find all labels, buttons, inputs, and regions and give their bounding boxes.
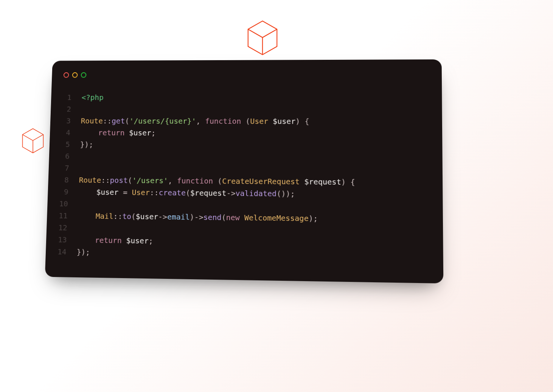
code-line: }); — [80, 138, 355, 152]
cube-icon — [20, 127, 45, 154]
code-content: <?php Route::get('/users/{user}', functi… — [66, 91, 355, 262]
token-punc — [240, 213, 244, 222]
line-number: 8 — [64, 174, 69, 186]
code-line — [81, 103, 355, 115]
token-punc — [78, 212, 96, 221]
token-var: $request — [190, 188, 227, 198]
token-class: Route — [81, 117, 103, 125]
token-punc: ; — [149, 236, 153, 245]
token-func: post — [110, 176, 128, 185]
window-close-icon — [64, 72, 69, 78]
token-tag: <?php — [81, 93, 104, 102]
token-punc: ( — [131, 212, 136, 221]
cube-icon — [245, 19, 280, 57]
token-punc: -> — [226, 189, 235, 198]
token-keyword: function — [177, 176, 213, 186]
token-var: $user — [96, 188, 118, 197]
token-punc: , — [196, 117, 205, 126]
token-func: create — [158, 188, 186, 197]
line-number: 11 — [59, 210, 68, 222]
window-controls — [51, 72, 442, 92]
code-line — [79, 150, 355, 164]
token-keyword: return — [98, 128, 125, 137]
token-punc: ( — [186, 188, 190, 198]
token-punc: ) { — [295, 117, 309, 126]
code-line — [79, 162, 355, 176]
token-punc: ()); — [276, 189, 295, 199]
token-func: validated — [235, 189, 276, 198]
code-editor-card: 1234567891011121314 <?php Route::get('/u… — [45, 59, 444, 283]
window-minimize-icon — [72, 72, 78, 78]
token-func: to — [122, 212, 131, 221]
token-punc: ( — [221, 213, 226, 222]
code-line: Route::get('/users/{user}', function (Us… — [81, 115, 355, 128]
line-number: 14 — [57, 246, 67, 258]
line-number: 13 — [58, 233, 67, 246]
token-punc: ; — [151, 128, 155, 137]
token-string: '/users' — [132, 176, 168, 185]
token-punc: :: — [150, 188, 159, 197]
token-punc — [268, 117, 273, 126]
token-func: send — [203, 213, 221, 222]
token-class: Route — [79, 176, 101, 185]
line-number: 5 — [65, 138, 70, 150]
token-var: $user — [129, 128, 151, 137]
token-keyword: return — [95, 236, 122, 245]
token-punc: ( — [241, 117, 250, 126]
token-var: $request — [304, 177, 341, 187]
token-var: $user — [273, 117, 295, 126]
token-punc: , — [168, 176, 177, 185]
token-punc: -> — [158, 212, 167, 221]
token-punc: ( — [127, 176, 132, 185]
token-punc: ( — [213, 176, 222, 185]
token-class: CreateUserRequest — [222, 177, 300, 187]
token-var: $user — [136, 212, 158, 221]
token-punc: }); — [80, 140, 93, 149]
token-func: get — [112, 117, 125, 125]
token-punc: }); — [76, 247, 90, 257]
token-punc: )-> — [190, 213, 203, 222]
token-punc: :: — [113, 212, 123, 221]
token-keyword: function — [205, 117, 241, 126]
token-class: User — [250, 117, 268, 126]
token-var: $user — [126, 236, 149, 246]
token-keyword: new — [226, 213, 240, 222]
line-number: 10 — [59, 198, 68, 210]
window-zoom-icon — [81, 72, 87, 78]
token-prop: email — [167, 212, 190, 222]
token-punc: = — [118, 188, 132, 197]
code-area: 1234567891011121314 <?php Route::get('/u… — [46, 91, 443, 263]
token-class: User — [132, 188, 150, 197]
token-string: '/users/{user}' — [129, 117, 196, 126]
token-class: Mail — [95, 212, 113, 221]
token-punc — [300, 177, 304, 186]
code-line: <?php — [81, 91, 355, 103]
token-class: WelcomeMessage — [244, 213, 309, 223]
token-punc: :: — [103, 117, 112, 125]
token-punc: ); — [309, 214, 318, 223]
token-punc — [80, 128, 98, 137]
code-line: return $user; — [80, 127, 355, 140]
token-punc — [77, 235, 95, 245]
token-punc — [78, 187, 96, 196]
token-punc: ) { — [341, 177, 355, 187]
line-number: 12 — [58, 222, 67, 234]
token-punc: :: — [101, 176, 110, 185]
